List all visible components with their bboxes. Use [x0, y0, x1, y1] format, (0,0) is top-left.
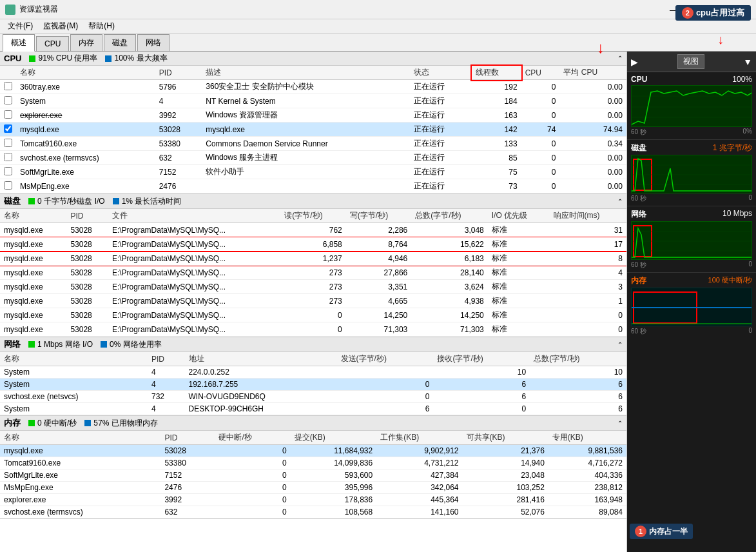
disk-col-resp[interactable]: 响应时间(ms): [550, 209, 627, 223]
mem-col-name[interactable]: 名称: [0, 431, 160, 445]
table-row[interactable]: 360tray.exe 5796 360安全卫士 安全防护中心模块 正在运行 1…: [0, 80, 626, 94]
mem-name-cell: Tomcat9160.exe: [0, 457, 160, 469]
table-row[interactable]: mysqld.exe 53028 0 11,684,932 9,902,912 …: [0, 445, 626, 457]
table-row[interactable]: svchost.exe (termsvcs) 632 0 108,568 141…: [0, 506, 626, 518]
table-row[interactable]: mysqld.exe 53028 E:\ProgramData\MySQL\My…: [0, 223, 626, 237]
table-row[interactable]: System 4 192.168.7.255 0 6 6: [0, 379, 626, 391]
disk-col-name[interactable]: 名称: [0, 209, 66, 223]
disk-col-total[interactable]: 总数(字节/秒): [411, 209, 488, 223]
table-row[interactable]: explorer.exe 3992 Windows 资源管理器 正在运行 163…: [0, 108, 626, 123]
tab-overview[interactable]: 概述: [3, 34, 35, 52]
menu-file[interactable]: 文件(F): [3, 19, 38, 33]
table-row[interactable]: mysqld.exe 53028 E:\ProgramData\MySQL\My…: [0, 294, 626, 308]
tab-memory[interactable]: 内存: [70, 34, 102, 51]
table-row[interactable]: mysqld.exe 53028 E:\ProgramData\MySQL\My…: [0, 308, 626, 322]
window-title: 资源监视器: [19, 4, 58, 15]
table-row[interactable]: Tomcat9160.exe 53380 0 14,099,836 4,731,…: [0, 457, 626, 469]
memory-chevron[interactable]: ⌃: [617, 420, 623, 427]
row-checkbox[interactable]: [4, 139, 12, 147]
table-row[interactable]: Tomcat9160.exe 53380 Commons Daemon Serv…: [0, 137, 626, 151]
cpu-col-cpu[interactable]: CPU: [521, 66, 560, 80]
cpu-col-desc[interactable]: 描述: [202, 66, 409, 80]
right-expand-btn[interactable]: ▶: [631, 57, 638, 67]
cpu-col-status[interactable]: 状态: [410, 66, 472, 80]
cpu-status-cell: 正在运行: [410, 179, 472, 193]
cpu-check-cell[interactable]: [0, 123, 16, 137]
table-row[interactable]: svchost.exe (termsvcs) 632 Windows 服务主进程…: [0, 151, 626, 165]
cpu-check-cell[interactable]: [0, 179, 16, 193]
net-col-total[interactable]: 总数(字节/秒): [530, 352, 626, 366]
annotation-badge-1: 1 内存占一半: [630, 524, 693, 539]
row-checkbox[interactable]: [4, 153, 12, 161]
network-section: 网络 1 Mbps 网络 I/O 0% 网络使用率 ⌃: [0, 337, 626, 416]
menu-help[interactable]: 帮助(H): [83, 19, 120, 33]
table-row[interactable]: explorer.exe 3992 0 178,836 445,364 281,…: [0, 494, 626, 506]
cpu-check-cell[interactable]: [0, 151, 16, 165]
cpu-check-cell[interactable]: [0, 165, 16, 179]
view-button[interactable]: 视图: [677, 54, 704, 69]
mem-col-hard[interactable]: 硬中断/秒: [215, 431, 290, 445]
mem-name-cell: mysqld.exe: [0, 445, 160, 457]
row-checkbox[interactable]: [4, 181, 12, 190]
disk-chevron[interactable]: ⌃: [617, 198, 623, 205]
cpu-col-name[interactable]: 名称: [16, 66, 155, 80]
cpu-threads-cell: 85: [472, 151, 521, 165]
table-row[interactable]: System 4 NT Kernel & System 正在运行 184 0 0…: [0, 94, 626, 108]
disk-col-write[interactable]: 写(字节/秒): [346, 209, 411, 223]
table-row[interactable]: svchost.exe (netsvcs) 732 WIN-OVUGD9END6…: [0, 391, 626, 403]
disk-col-pid[interactable]: PID: [66, 209, 108, 223]
mem-col-shareable[interactable]: 可共享(KB): [463, 431, 548, 445]
mem-private-cell: 163,948: [548, 494, 626, 506]
table-row[interactable]: mysqld.exe 53028 E:\ProgramData\MySQL\My…: [0, 237, 626, 251]
row-checkbox[interactable]: [4, 124, 12, 133]
table-row[interactable]: SoftMgrLite.exe 7152 软件小助手 正在运行 75 0 0.0…: [0, 165, 626, 179]
mem-col-commit[interactable]: 提交(KB): [291, 431, 376, 445]
net-col-pid[interactable]: PID: [148, 352, 185, 366]
mem-pid-cell: 7152: [160, 469, 215, 482]
network-dot-green: [28, 341, 35, 348]
row-checkbox[interactable]: [4, 110, 12, 119]
tab-cpu[interactable]: CPU: [36, 36, 69, 51]
disk-col-file[interactable]: 文件: [108, 209, 280, 223]
net-col-addr[interactable]: 地址: [185, 352, 337, 366]
cpu-check-cell[interactable]: [0, 108, 16, 123]
table-row[interactable]: mysqld.exe 53028 E:\ProgramData\MySQL\My…: [0, 266, 626, 280]
disk-col-priority[interactable]: I/O 优先级: [488, 209, 550, 223]
mem-col-pid[interactable]: PID: [160, 431, 215, 445]
row-checkbox[interactable]: [4, 167, 12, 175]
net-name-cell: System: [0, 366, 148, 379]
table-row[interactable]: MsMpEng.exe 2476 正在运行 73 0 0.00: [0, 179, 626, 193]
mem-col-working[interactable]: 工作集(KB): [376, 431, 462, 445]
cpu-check-cell[interactable]: [0, 137, 16, 151]
cpu-stat1: 91% CPU 使用率: [29, 53, 97, 64]
cpu-desc-cell: Windows 服务主进程: [202, 151, 409, 165]
net-col-name[interactable]: 名称: [0, 352, 148, 366]
tab-network[interactable]: 网络: [137, 34, 170, 51]
net-col-send[interactable]: 发送(字节/秒): [337, 352, 434, 366]
cpu-col-pid[interactable]: PID: [155, 66, 202, 80]
table-row[interactable]: MsMpEng.exe 2476 0 395,996 342,064 103,2…: [0, 482, 626, 494]
table-row[interactable]: System 4 224.0.0.252 10 10: [0, 366, 626, 379]
row-checkbox[interactable]: [4, 96, 12, 104]
table-row[interactable]: mysqld.exe 53028 E:\ProgramData\MySQL\My…: [0, 251, 626, 266]
cpu-col-avgcpu[interactable]: 平均 CPU: [559, 66, 626, 80]
table-row[interactable]: System 4 DESKTOP-99CH6GH 6 0 6: [0, 403, 626, 415]
disk-col-read[interactable]: 读(字节/秒): [280, 209, 345, 223]
cpu-col-threads[interactable]: 线程数: [472, 66, 521, 80]
cpu-check-cell[interactable]: [0, 94, 16, 108]
net-col-recv[interactable]: 接收(字节/秒): [433, 352, 530, 366]
table-row[interactable]: mysqld.exe 53028 E:\ProgramData\MySQL\My…: [0, 280, 626, 294]
view-dropdown-icon[interactable]: ▼: [743, 57, 752, 67]
table-row[interactable]: mysqld.exe 53028 mysqld.exe 正在运行 142 74 …: [0, 123, 626, 137]
table-row[interactable]: mysqld.exe 53028 E:\ProgramData\MySQL\My…: [0, 322, 626, 337]
row-checkbox[interactable]: [4, 82, 12, 90]
mem-col-private[interactable]: 专用(KB): [548, 431, 626, 445]
network-chevron[interactable]: ⌃: [617, 341, 623, 348]
menu-monitor[interactable]: 监视器(M): [38, 19, 83, 33]
tab-disk[interactable]: 磁盘: [104, 34, 136, 51]
table-row[interactable]: SoftMgrLite.exe 7152 0 593,600 427,384 2…: [0, 469, 626, 482]
cpu-check-cell[interactable]: [0, 80, 16, 94]
cpu-chevron[interactable]: ⌃: [617, 55, 623, 62]
mem-hard-cell: 0: [215, 469, 290, 482]
cpu-threads-cell: 75: [472, 165, 521, 179]
